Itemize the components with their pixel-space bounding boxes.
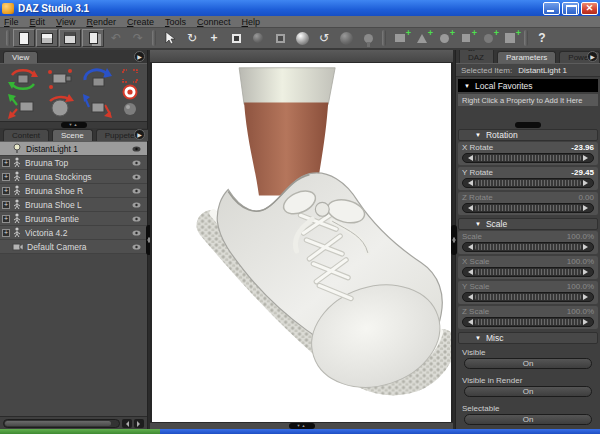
surface-selection-tool-button[interactable]: [247, 29, 269, 47]
menu-create[interactable]: Create: [127, 17, 154, 27]
new-distant-light-button[interactable]: +: [455, 29, 477, 47]
scroll-right-button[interactable]: [134, 419, 144, 428]
viewport-bottom-splitter[interactable]: ▼▲: [150, 422, 453, 429]
parameters-panel-menu-button[interactable]: ▶: [587, 51, 598, 62]
z-rotate-value[interactable]: 0.00: [578, 193, 594, 203]
slider-track[interactable]: [475, 294, 581, 300]
view-panel-menu-button[interactable]: ▶: [134, 51, 145, 62]
menu-tools[interactable]: Tools: [165, 17, 186, 27]
slider-right-arrow[interactable]: [583, 155, 591, 161]
menu-help[interactable]: Help: [242, 17, 261, 27]
visibility-eye-icon[interactable]: [132, 244, 141, 250]
new-null-button[interactable]: +: [477, 29, 499, 47]
visibility-eye-icon[interactable]: [132, 202, 141, 208]
save-file-button[interactable]: [59, 29, 81, 47]
slider-left-arrow[interactable]: [465, 244, 473, 250]
tab-scene[interactable]: Scene: [52, 129, 93, 141]
dolly-camera-icon[interactable]: [81, 93, 113, 119]
render-library-button[interactable]: [335, 29, 357, 47]
node-edit-tool-button[interactable]: [269, 29, 291, 47]
slider-track[interactable]: [475, 319, 581, 325]
tab-view[interactable]: View: [3, 51, 38, 63]
x-rotate-slider[interactable]: [462, 153, 594, 163]
right-splitter[interactable]: [453, 50, 455, 429]
slider-track[interactable]: [475, 205, 581, 211]
visibility-eye-icon[interactable]: [132, 230, 141, 236]
slider-track[interactable]: [475, 244, 581, 250]
visibility-eye-icon[interactable]: [132, 174, 141, 180]
local-favorites-header[interactable]: ▼ Local Favorites: [458, 79, 598, 92]
aim-camera-button[interactable]: ↺: [313, 29, 335, 47]
open-file-button[interactable]: [36, 29, 58, 47]
scene-node-distantlight[interactable]: DistantLight 1: [0, 142, 147, 156]
slider-right-arrow[interactable]: [583, 244, 591, 250]
scroll-left-button[interactable]: [122, 419, 132, 428]
visibility-eye-icon[interactable]: [132, 188, 141, 194]
viewport-canvas[interactable]: [150, 63, 453, 422]
expand-icon[interactable]: +: [2, 201, 10, 209]
slider-left-arrow[interactable]: [465, 155, 473, 161]
spot-render-button[interactable]: [357, 29, 379, 47]
slider-right-arrow[interactable]: [583, 319, 591, 325]
x-rotate-value[interactable]: -23.96: [571, 143, 594, 153]
select-tool-button[interactable]: [159, 29, 181, 47]
toolbar-grip[interactable]: [382, 30, 386, 46]
tab-new-at-daz[interactable]: New at DAZ: [459, 50, 494, 63]
close-button[interactable]: ✕: [581, 2, 598, 15]
camera-keyframe-icon[interactable]: [44, 66, 76, 92]
scrollbar-thumb[interactable]: [5, 421, 111, 426]
new-file-button[interactable]: [13, 29, 35, 47]
import-file-button[interactable]: [82, 29, 104, 47]
scene-node-bruuna-stockings[interactable]: + Bruuna Stockings: [0, 170, 147, 184]
slider-right-arrow[interactable]: [583, 269, 591, 275]
visible-toggle-button[interactable]: On: [464, 358, 592, 369]
sphere-view-icon[interactable]: [123, 102, 137, 116]
maximize-button[interactable]: [562, 2, 579, 15]
scene-node-bruuna-shoe-l[interactable]: + Bruuna Shoe L: [0, 198, 147, 212]
slider-track[interactable]: [475, 269, 581, 275]
scene-node-bruuna-top[interactable]: + Bruuna Top: [0, 156, 147, 170]
menu-edit[interactable]: Edit: [30, 17, 46, 27]
new-primitive-button[interactable]: +: [499, 29, 521, 47]
slider-left-arrow[interactable]: [465, 205, 473, 211]
z-rotate-slider[interactable]: [462, 203, 594, 213]
scale-section-header[interactable]: ▼ Scale: [458, 218, 598, 230]
orbit-camera-icon[interactable]: [7, 66, 39, 92]
scrollbar-track[interactable]: [3, 419, 120, 428]
scale-slider[interactable]: [462, 242, 594, 252]
visibility-eye-icon[interactable]: [132, 160, 141, 166]
scene-node-bruuna-shoe-r[interactable]: + Bruuna Shoe R: [0, 184, 147, 198]
slider-right-arrow[interactable]: [583, 205, 591, 211]
x-scale-slider[interactable]: [462, 267, 594, 277]
new-camera-button[interactable]: +: [389, 29, 411, 47]
splitter-grip[interactable]: [451, 225, 457, 255]
bank-camera-icon[interactable]: [44, 93, 76, 119]
new-spotlight-button[interactable]: +: [411, 29, 433, 47]
visibility-eye-icon[interactable]: [132, 146, 141, 152]
expand-icon[interactable]: +: [2, 215, 10, 223]
aim-target-icon[interactable]: [122, 84, 138, 100]
menu-view[interactable]: View: [56, 17, 75, 27]
misc-section-header[interactable]: ▼ Misc: [458, 332, 598, 344]
z-scale-value[interactable]: 100.0%: [567, 307, 594, 317]
scene-node-bruuna-pantie[interactable]: + Bruuna Pantie: [0, 212, 147, 226]
scale-tool-button[interactable]: [225, 29, 247, 47]
y-scale-slider[interactable]: [462, 292, 594, 302]
minimize-button[interactable]: [543, 2, 560, 15]
rotation-section-header[interactable]: ▼ Rotation: [458, 129, 598, 141]
undo-button[interactable]: ↶: [105, 29, 127, 47]
frame-selection-icon[interactable]: [122, 69, 138, 83]
menu-render[interactable]: Render: [86, 17, 116, 27]
toolbar-grip[interactable]: [152, 30, 156, 46]
toolbar-grip[interactable]: [6, 30, 10, 46]
scene-panel-menu-button[interactable]: ▶: [134, 129, 145, 140]
y-rotate-value[interactable]: -29.45: [571, 168, 594, 178]
slider-left-arrow[interactable]: [465, 294, 473, 300]
visibility-eye-icon[interactable]: [132, 216, 141, 222]
visible-in-render-toggle-button[interactable]: On: [464, 386, 592, 397]
render-button[interactable]: [291, 29, 313, 47]
y-rotate-slider[interactable]: [462, 178, 594, 188]
help-button[interactable]: ?: [531, 29, 553, 47]
expand-icon[interactable]: +: [2, 229, 10, 237]
x-scale-value[interactable]: 100.0%: [567, 257, 594, 267]
